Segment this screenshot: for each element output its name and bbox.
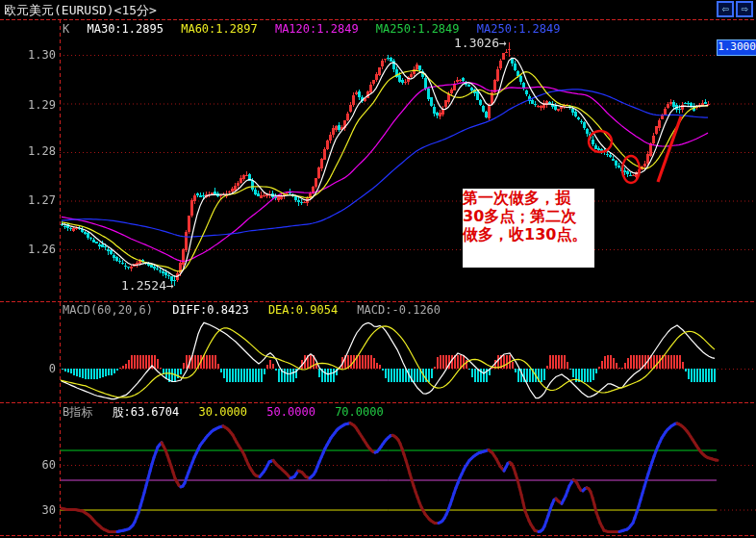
level30-label: 30.0000 [199,405,248,419]
level70-label: 70.0000 [335,405,384,419]
chart-canvas[interactable] [0,0,756,538]
high-price-annotation: 1.3026→ [454,36,507,50]
ma250b-legend-item: MA250:1.2849 [477,22,561,36]
b-axis-tick-30: 30 [6,503,56,517]
window-title: 欧元美元(EURUSD)<15分> [4,2,157,19]
dea-value-label: DEA:0.9054 [268,303,338,317]
macd-legend: MACD(60,20,6) DIFF:0.8423 DEA:0.9054 MAC… [63,303,453,317]
y-axis-tick: 1.30 [6,48,56,62]
y-axis-tick: 1.29 [6,98,56,112]
ma60-legend-item: MA60:1.2897 [181,22,257,36]
ma-legend: K MA30:1.2895 MA60:1.2897 MA120:1.2849 M… [63,22,570,36]
b-value-label: 股:63.6704 [112,405,179,419]
low-price-annotation: 1.2524→ [121,278,174,293]
ma30-legend-item: MA30:1.2895 [87,22,163,36]
price-level-tag: 1.3000 [717,39,756,56]
macd-zero-tick: 0 [6,362,56,375]
scroll-right-button[interactable]: ⇨ [736,1,753,17]
k-period-label: K [63,22,69,36]
diff-value-label: DIFF:0.8423 [172,303,248,317]
macd-params-label: MACD(60,20,6) [63,303,153,317]
b-axis-tick-60: 60 [6,458,56,472]
ma120-legend-item: MA120:1.2849 [275,22,359,36]
trade-note-line: 第一次做多，损 [463,189,594,207]
b-indicator-label: B指标 [63,405,92,419]
level50-label: 50.0000 [266,405,315,419]
macd-value-label: MACD:-0.1260 [357,303,441,317]
title-bar: 欧元美元(EURUSD)<15分> ⇦ ⇨ [0,0,756,19]
b-indicator-legend: B指标 股:63.6704 30.0000 50.0000 70.0000 [63,404,396,421]
right-arrow-icon: ⇨ [741,2,747,15]
y-axis-tick: 1.26 [6,243,56,256]
scroll-left-button[interactable]: ⇦ [717,1,734,17]
trade-note: 第一次做多，损 30多点；第二次 做多，收130点。 [463,189,594,268]
y-axis-tick: 1.28 [6,144,56,158]
ma250-legend-item: MA250:1.2849 [376,22,460,36]
trade-note-line: 做多，收130点。 [463,225,594,243]
trade-note-line: 30多点；第二次 [463,207,594,225]
trading-app-window: 欧元美元(EURUSD)<15分> ⇦ ⇨ K MA30:1.2895 MA60… [0,0,756,538]
left-arrow-icon: ⇦ [721,2,728,15]
y-axis-tick: 1.27 [6,193,56,207]
